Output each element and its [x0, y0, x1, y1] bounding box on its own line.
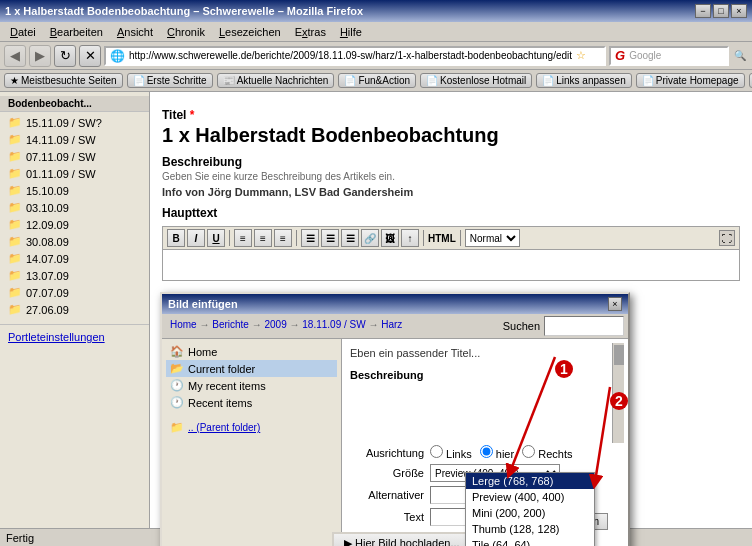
- dropdown-item-lerge[interactable]: Lerge (768, 768): [466, 473, 594, 489]
- list-button[interactable]: ☰: [301, 229, 319, 247]
- menu-extras[interactable]: Extras: [289, 24, 332, 40]
- sidebar-item-1307[interactable]: 📁 13.07.09: [0, 267, 149, 284]
- sidebar-item-1407[interactable]: 📁 14.07.09: [0, 250, 149, 267]
- page-icon: 📄: [642, 75, 654, 86]
- modal-nav-label: Home: [188, 346, 217, 358]
- modal-nav-home[interactable]: 🏠 Home: [166, 343, 337, 360]
- italic-button[interactable]: I: [187, 229, 205, 247]
- parent-folder-label: .. (Parent folder): [188, 422, 260, 433]
- menu-lesezeichen[interactable]: Lesezeichen: [213, 24, 287, 40]
- modal-nav-current-folder[interactable]: 📂 Current folder: [166, 360, 337, 377]
- breadcrumb-berichte[interactable]: Berichte: [212, 319, 249, 330]
- bookmark-erste[interactable]: 📄 Erste Schritte: [127, 73, 213, 88]
- upload-button[interactable]: ▶ Hier Bild hochladen...: [332, 532, 472, 546]
- modal-nav-my-recent[interactable]: 🕐 My recent items: [166, 377, 337, 394]
- sidebar-item-0111[interactable]: 📁 01.11.09 / SW: [0, 165, 149, 182]
- align-right-button[interactable]: ≡: [274, 229, 292, 247]
- address-text: http://www.schwerewelle.de/berichte/2009…: [129, 50, 572, 61]
- bookmark-star-icon[interactable]: ☆: [576, 49, 586, 62]
- align-left-button[interactable]: ≡: [234, 229, 252, 247]
- sidebar-item-label: 15.10.09: [26, 185, 69, 197]
- dropdown-item-mini[interactable]: Mini (200, 200): [466, 505, 594, 521]
- forward-button[interactable]: ▶: [29, 45, 51, 67]
- format-select[interactable]: Normal: [465, 229, 520, 247]
- close-button[interactable]: ×: [731, 4, 747, 18]
- sidebar-item-label: 07.11.09 / SW: [26, 151, 96, 163]
- outdent-button[interactable]: ☰: [341, 229, 359, 247]
- sidebar-item-1411[interactable]: 📁 14.11.09 / SW: [0, 131, 149, 148]
- google-icon: G: [615, 48, 625, 63]
- sidebar-item-3008[interactable]: 📁 30.08.09: [0, 233, 149, 250]
- back-button[interactable]: ◀: [4, 45, 26, 67]
- sidebar-item-0310[interactable]: 📁 03.10.09: [0, 199, 149, 216]
- clock-icon: 🕐: [170, 379, 184, 392]
- folder-icon: 📁: [170, 421, 184, 434]
- sidebar-header: Bodenbeobacht...: [0, 96, 149, 112]
- editor-toolbar: B I U ≡ ≡ ≡ ☰ ☰ ☰ 🔗 🖼 ↑ HTML Normal: [163, 227, 739, 250]
- bold-button[interactable]: B: [167, 229, 185, 247]
- menu-chronik[interactable]: Chronik: [161, 24, 211, 40]
- dropdown-item-tile[interactable]: Tile (64, 64): [466, 537, 594, 546]
- folder-icon: 📁: [8, 218, 22, 231]
- separator: [423, 230, 424, 246]
- right-panel-text: Eben ein passender Titel...: [346, 343, 624, 363]
- sidebar-item-1511[interactable]: 📁 15.11.09 / SW?: [0, 114, 149, 131]
- ausrichtung-rechts[interactable]: Rechts: [522, 445, 572, 460]
- breadcrumb-location[interactable]: Harz: [381, 319, 402, 330]
- minimize-button[interactable]: −: [695, 4, 711, 18]
- address-bar[interactable]: 🌐 http://www.schwerewelle.de/berichte/20…: [104, 46, 606, 66]
- align-center-button[interactable]: ≡: [254, 229, 272, 247]
- bookmark-nachrichten[interactable]: 📰 Aktuelle Nachrichten: [217, 73, 335, 88]
- image-button[interactable]: 🖼: [381, 229, 399, 247]
- menu-ansicht[interactable]: Ansicht: [111, 24, 159, 40]
- sidebar-item-1510[interactable]: 📁 15.10.09: [0, 182, 149, 199]
- bookmark-private[interactable]: 📄 Private Homepage: [636, 73, 745, 88]
- parent-folder-item[interactable]: 📁 .. (Parent folder): [166, 419, 337, 436]
- bookmark-label: Fun&Action: [358, 75, 410, 86]
- scrollbar-thumb[interactable]: [614, 345, 624, 365]
- refresh-button[interactable]: ↻: [54, 45, 76, 67]
- upload-button[interactable]: ↑: [401, 229, 419, 247]
- maximize-button[interactable]: □: [713, 4, 729, 18]
- zoom-button[interactable]: 🔍: [732, 48, 748, 63]
- bookmark-fun[interactable]: 📄 Fun&Action: [338, 73, 416, 88]
- sidebar-item-0711[interactable]: 📁 07.11.09 / SW: [0, 148, 149, 165]
- fullscreen-button[interactable]: ⛶: [719, 230, 735, 246]
- dropdown-item-thumb[interactable]: Thumb (128, 128): [466, 521, 594, 537]
- breadcrumb-date[interactable]: 18.11.09 / SW: [302, 319, 365, 330]
- bookmark-service[interactable]: 📄 Servicebereich: [749, 73, 752, 88]
- ausrichtung-links[interactable]: Links: [430, 445, 472, 460]
- breadcrumb-year[interactable]: 2009: [265, 319, 287, 330]
- menu-datei[interactable]: Datei: [4, 24, 42, 40]
- ausrichtung-radios: Links hier Rechts: [430, 445, 572, 460]
- bookmark-meistbesucht[interactable]: ★ Meistbesuchte Seiten: [4, 73, 123, 88]
- sidebar-item-label: 03.10.09: [26, 202, 69, 214]
- breadcrumb-home[interactable]: Home: [170, 319, 197, 330]
- portlet-settings-link[interactable]: Portleteinstellungen: [0, 329, 149, 345]
- bookmark-hotmail[interactable]: 📄 Kostenlose Hotmail: [420, 73, 532, 88]
- underline-button[interactable]: U: [207, 229, 225, 247]
- modal-search-input[interactable]: [544, 316, 624, 336]
- ausrichtung-hier[interactable]: hier: [480, 445, 514, 460]
- separator: [296, 230, 297, 246]
- ausrichtung-label: Ausrichtung: [350, 447, 430, 459]
- search-box[interactable]: G Google: [609, 46, 729, 66]
- editor-content[interactable]: [163, 250, 739, 280]
- indent-button[interactable]: ☰: [321, 229, 339, 247]
- link-button[interactable]: 🔗: [361, 229, 379, 247]
- modal-nav-label: My recent items: [188, 380, 266, 392]
- sidebar-item-2706[interactable]: 📁 27.06.09: [0, 301, 149, 318]
- menu-hilfe[interactable]: Hilfe: [334, 24, 368, 40]
- folder-icon: 📁: [8, 184, 22, 197]
- stop-button[interactable]: ✕: [79, 45, 101, 67]
- sidebar-item-0707[interactable]: 📁 07.07.09: [0, 284, 149, 301]
- modal-close-button[interactable]: ×: [608, 297, 622, 311]
- modal-nav-label: Recent items: [188, 397, 252, 409]
- modal-nav-recent[interactable]: 🕐 Recent items: [166, 394, 337, 411]
- dropdown-item-preview[interactable]: Preview (400, 400): [466, 489, 594, 505]
- menu-bearbeiten[interactable]: Bearbeiten: [44, 24, 109, 40]
- sidebar-item-1209[interactable]: 📁 12.09.09: [0, 216, 149, 233]
- sidebar-item-label: 27.06.09: [26, 304, 69, 316]
- haupttext-label: Haupttext: [162, 206, 740, 220]
- bookmark-links[interactable]: 📄 Links anpassen: [536, 73, 632, 88]
